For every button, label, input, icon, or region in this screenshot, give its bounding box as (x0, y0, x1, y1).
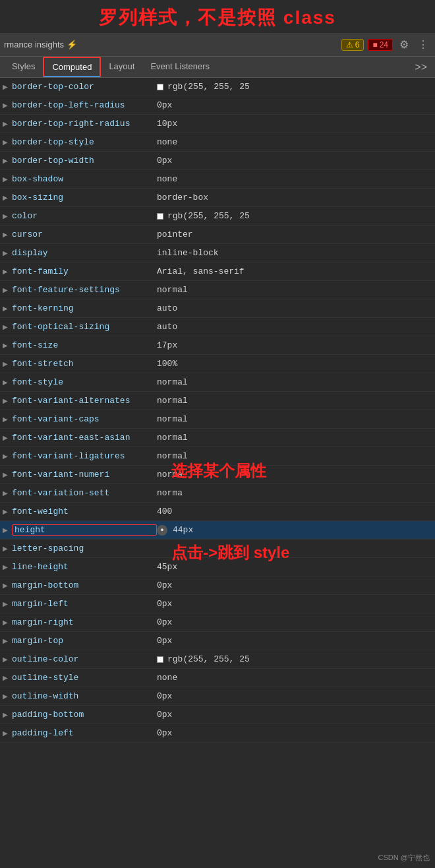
prop-row[interactable]: ▶font-familyArial, sans-serif (0, 263, 435, 281)
prop-row[interactable]: ▶margin-left0px (0, 595, 435, 613)
prop-value: 400 (157, 507, 172, 516)
prop-expand-arrow[interactable]: ▶ (3, 175, 9, 183)
prop-expand-arrow[interactable]: ▶ (3, 637, 9, 644)
prop-expand-arrow[interactable]: ▶ (3, 600, 9, 607)
prop-expand-arrow[interactable]: ▶ (3, 157, 9, 164)
prop-row[interactable]: ▶outline-width0px (0, 687, 435, 706)
prop-row[interactable]: ▶font-variant-east-asiannormal (0, 429, 435, 447)
prop-expand-arrow[interactable]: ▶ (3, 268, 9, 275)
prop-expand-arrow[interactable]: ▶ (3, 249, 9, 257)
prop-value-text: normal (157, 377, 188, 387)
prop-row[interactable]: ▶font-variation-settnorma (0, 484, 435, 503)
prop-row[interactable]: ▶font-stretch100% (0, 355, 435, 373)
prop-row[interactable]: ▶border-top-left-radius0px (0, 96, 435, 115)
prop-row[interactable]: ▶box-shadownone (0, 170, 435, 189)
prop-expand-arrow[interactable]: ▶ (3, 452, 9, 460)
prop-value-text: Arial, sans-serif (157, 266, 245, 276)
prop-expand-arrow[interactable]: ▶ (3, 471, 9, 478)
prop-expand-arrow[interactable]: ▶ (3, 194, 9, 201)
prop-expand-arrow[interactable]: ▶ (3, 305, 9, 312)
prop-row[interactable]: ▶height●44px (0, 521, 435, 540)
prop-row[interactable]: ▶padding-bottom0px (0, 706, 435, 724)
prop-row[interactable]: ▶margin-bottom0px (0, 576, 435, 595)
prop-row[interactable]: ▶padding-left0px (0, 724, 435, 743)
prop-expand-arrow[interactable]: ▶ (3, 379, 9, 386)
prop-row[interactable]: ▶margin-right0px (0, 613, 435, 632)
jump-to-style-icon[interactable]: ● (157, 525, 167, 536)
prop-expand-arrow[interactable]: ▶ (3, 508, 9, 515)
prop-expand-arrow[interactable]: ▶ (3, 416, 9, 423)
prop-row[interactable]: ▶font-variant-numerinorma (0, 466, 435, 484)
prop-name: font-kerning (12, 303, 157, 313)
prop-value: 0px (157, 710, 172, 720)
prop-value: 0px (157, 599, 172, 609)
prop-row[interactable]: ▶border-top-right-radius10px (0, 115, 435, 133)
prop-value: 45px (157, 562, 177, 572)
prop-value-text: 45px (157, 562, 177, 572)
prop-row[interactable]: ▶box-sizingborder-box (0, 189, 435, 207)
prop-row[interactable]: ▶displayinline-block (0, 244, 435, 263)
prop-expand-arrow[interactable]: ▶ (3, 397, 9, 404)
prop-expand-arrow[interactable]: ▶ (3, 545, 9, 552)
prop-expand-arrow[interactable]: ▶ (3, 693, 9, 700)
prop-row[interactable]: ▶font-variant-alternatesnormal (0, 392, 435, 410)
prop-expand-arrow[interactable]: ▶ (3, 489, 9, 497)
prop-expand-arrow[interactable]: ▶ (3, 139, 9, 146)
prop-expand-arrow[interactable]: ▶ (3, 212, 9, 220)
prop-expand-arrow[interactable]: ▶ (3, 360, 9, 367)
prop-row[interactable]: ▶margin-top0px (0, 632, 435, 650)
prop-expand-arrow[interactable]: ▶ (3, 120, 9, 127)
prop-row[interactable]: ▶font-kerningauto (0, 299, 435, 318)
prop-value: 0px (157, 580, 172, 590)
prop-expand-arrow[interactable]: ▶ (3, 674, 9, 681)
prop-name: font-family (12, 266, 157, 276)
tab-computed[interactable]: Computed (43, 57, 101, 77)
prop-expand-arrow[interactable]: ▶ (3, 656, 9, 663)
prop-value: border-box (157, 193, 208, 202)
prop-row[interactable]: ▶cursorpointer (0, 226, 435, 244)
prop-name: margin-right (12, 617, 157, 627)
prop-expand-arrow[interactable]: ▶ (3, 619, 9, 626)
prop-row[interactable]: ▶border-top-colorrgb(255, 255, 25 (0, 78, 435, 96)
tab-more[interactable]: >> (411, 59, 431, 76)
prop-value-text: 0px (157, 691, 172, 701)
prop-expand-arrow[interactable]: ▶ (3, 83, 9, 90)
prop-row[interactable]: ▶line-height45px (0, 558, 435, 576)
prop-expand-arrow[interactable]: ▶ (3, 526, 9, 534)
prop-expand-arrow[interactable]: ▶ (3, 323, 9, 330)
prop-expand-arrow[interactable]: ▶ (3, 582, 9, 589)
prop-value: normal (157, 451, 188, 461)
prop-row[interactable]: ▶font-optical-sizingauto (0, 318, 435, 336)
prop-row[interactable]: ▶font-variant-capsnormal (0, 410, 435, 429)
prop-expand-arrow[interactable]: ▶ (3, 434, 9, 441)
prop-value-text: normal (157, 396, 188, 406)
prop-row[interactable]: ▶outline-stylenone (0, 669, 435, 687)
tab-bar: Styles Computed Layout Event Listeners >… (0, 57, 435, 78)
tab-event-listeners[interactable]: Event Listeners (142, 57, 218, 77)
prop-row[interactable]: ▶colorrgb(255, 255, 25 (0, 207, 435, 226)
error-badge: ■ 24 (368, 39, 393, 51)
prop-expand-arrow[interactable]: ▶ (3, 231, 9, 238)
prop-row[interactable]: ▶font-stylenormal (0, 373, 435, 392)
prop-row[interactable]: ▶border-top-stylenone (0, 133, 435, 152)
tab-layout[interactable]: Layout (101, 57, 142, 77)
gear-button[interactable]: ⚙ (397, 37, 411, 52)
prop-row[interactable]: ▶font-feature-settingsnormal (0, 281, 435, 299)
tab-styles[interactable]: Styles (4, 57, 43, 77)
prop-expand-arrow[interactable]: ▶ (3, 563, 9, 571)
prop-row[interactable]: ▶letter-spacing (0, 540, 435, 558)
error-count: 24 (380, 40, 388, 49)
prop-row[interactable]: ▶font-size17px (0, 336, 435, 355)
prop-expand-arrow[interactable]: ▶ (3, 729, 9, 737)
prop-expand-arrow[interactable]: ▶ (3, 286, 9, 294)
more-button[interactable]: ⋮ (415, 37, 431, 52)
prop-row[interactable]: ▶outline-colorrgb(255, 255, 25 (0, 650, 435, 669)
top-annotation: 罗列样式，不是按照 class (0, 0, 435, 33)
prop-expand-arrow[interactable]: ▶ (3, 342, 9, 349)
prop-row[interactable]: ▶font-variant-ligaturesnormal (0, 447, 435, 466)
prop-name: font-variant-east-asian (12, 433, 157, 443)
prop-row[interactable]: ▶border-top-width0px (0, 152, 435, 170)
prop-expand-arrow[interactable]: ▶ (3, 711, 9, 718)
prop-row[interactable]: ▶font-weight400 (0, 503, 435, 521)
prop-expand-arrow[interactable]: ▶ (3, 102, 9, 109)
